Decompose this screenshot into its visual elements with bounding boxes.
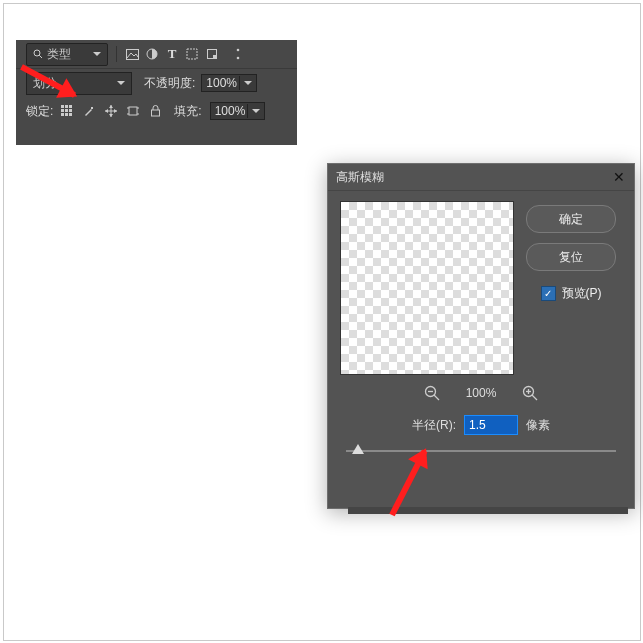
svg-marker-14 (105, 109, 108, 113)
radius-input[interactable]: 1.5 (464, 415, 518, 435)
svg-point-0 (34, 50, 40, 56)
svg-marker-15 (114, 109, 117, 113)
svg-marker-13 (109, 114, 113, 117)
lock-label: 锁定: (26, 103, 53, 120)
divider (116, 46, 117, 62)
close-icon[interactable]: ✕ (612, 170, 626, 184)
adjustment-icon[interactable] (145, 47, 159, 61)
ok-button[interactable]: 确定 (526, 205, 616, 233)
checkbox-checkmark-icon: ✓ (541, 286, 556, 301)
zoom-out-icon[interactable] (424, 385, 440, 401)
svg-rect-6 (213, 55, 217, 59)
image-filter-icon[interactable] (125, 47, 139, 61)
layers-filter-row: 类型 T (16, 40, 297, 69)
svg-point-8 (237, 57, 240, 60)
slider-thumb-icon[interactable] (352, 444, 364, 454)
chevron-down-icon[interactable] (247, 104, 260, 118)
opacity-label: 不透明度: (144, 75, 195, 92)
svg-rect-21 (151, 110, 159, 116)
zoom-row: 100% (328, 385, 634, 401)
chevron-down-icon (117, 81, 125, 85)
preview-checkbox[interactable]: ✓ 预览(P) (541, 285, 602, 302)
dialog-body: 确定 复位 ✓ 预览(P) (328, 191, 634, 379)
filter-type-select[interactable]: 类型 (26, 43, 108, 66)
svg-point-7 (237, 49, 240, 52)
radius-slider[interactable] (346, 443, 616, 459)
search-icon (33, 49, 43, 59)
shape-icon[interactable] (185, 47, 199, 61)
text-icon[interactable]: T (165, 47, 179, 61)
overflow-icon[interactable] (231, 47, 245, 61)
radius-unit: 像素 (526, 417, 550, 434)
preview-checkbox-label: 预览(P) (562, 285, 602, 302)
svg-rect-16 (129, 107, 137, 115)
dialog-title: 高斯模糊 (336, 169, 384, 186)
lock-fill-row: 锁定: 填充: 100% (16, 97, 297, 125)
fill-value: 100% (215, 104, 246, 118)
slider-track (346, 450, 616, 452)
lock-artboard-icon[interactable] (126, 104, 140, 118)
lock-position-icon[interactable] (104, 104, 118, 118)
lock-brush-icon[interactable] (82, 104, 96, 118)
smartobject-icon[interactable] (205, 47, 219, 61)
chevron-down-icon (93, 52, 101, 56)
zoom-in-icon[interactable] (522, 385, 538, 401)
gaussian-blur-dialog: 高斯模糊 ✕ 确定 复位 ✓ 预览(P) 100% 半径(R): 1.5 像素 (327, 163, 635, 509)
svg-rect-9 (91, 107, 93, 109)
radius-row: 半径(R): 1.5 像素 (328, 415, 634, 435)
reset-button[interactable]: 复位 (526, 243, 616, 271)
fill-value-box[interactable]: 100% (210, 102, 266, 120)
radius-label: 半径(R): (412, 417, 456, 434)
svg-line-23 (434, 395, 439, 400)
filter-type-label: 类型 (47, 46, 71, 63)
dialog-titlebar[interactable]: 高斯模糊 ✕ (328, 164, 634, 191)
lock-transparency-icon[interactable] (61, 105, 74, 118)
opacity-value-box[interactable]: 100% (201, 74, 257, 92)
chevron-down-icon[interactable] (239, 76, 252, 90)
svg-marker-12 (109, 105, 113, 108)
fill-label: 填充: (174, 103, 201, 120)
radius-value: 1.5 (469, 418, 486, 432)
svg-line-1 (39, 55, 42, 58)
lock-all-icon[interactable] (148, 104, 162, 118)
preview-area[interactable] (340, 201, 514, 375)
svg-rect-4 (187, 49, 197, 59)
dialog-side: 确定 复位 ✓ 预览(P) (526, 201, 616, 375)
zoom-value: 100% (466, 386, 497, 400)
opacity-value: 100% (206, 76, 237, 90)
svg-line-26 (532, 395, 537, 400)
